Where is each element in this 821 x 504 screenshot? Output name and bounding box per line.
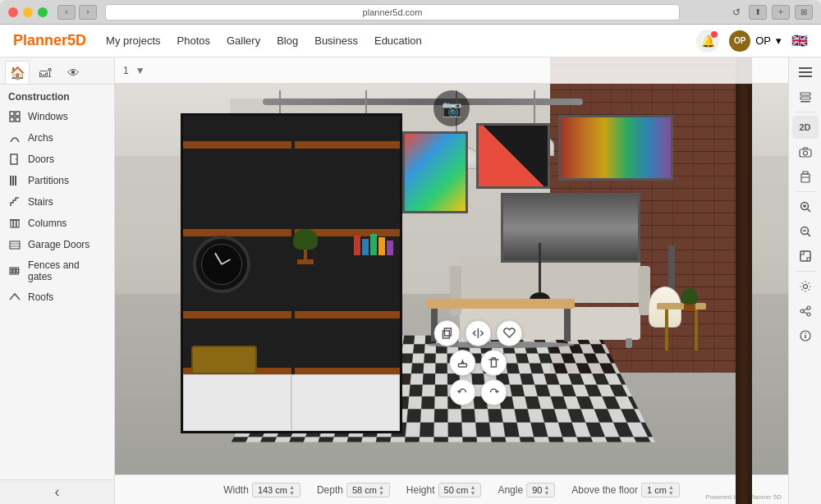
svg-rect-21 — [443, 331, 449, 338]
roofs-icon — [8, 291, 21, 304]
dim-floor-value[interactable]: 1 cm ▲▼ — [641, 483, 680, 497]
svg-rect-30 — [800, 101, 810, 103]
maximize-button[interactable] — [38, 7, 48, 17]
artwork-1 — [558, 115, 673, 181]
sidebar-item-archs[interactable]: Archs — [0, 127, 114, 149]
rt-zoom-out-button[interactable] — [792, 220, 819, 243]
archs-label: Archs — [28, 132, 53, 144]
dim-height-value[interactable]: 50 cm ▲▼ — [438, 483, 482, 497]
plant — [681, 288, 698, 311]
svg-rect-16 — [10, 268, 12, 274]
dropdown-arrow: ▾ — [776, 34, 782, 47]
nav-business[interactable]: Business — [314, 34, 358, 47]
paint-button[interactable] — [449, 350, 475, 376]
dim-angle-value[interactable]: 90 ▲▼ — [526, 483, 555, 497]
nav-gallery[interactable]: Gallery — [227, 34, 260, 47]
sidebar-item-windows[interactable]: Windows — [0, 106, 114, 127]
back-button[interactable]: ‹ — [57, 5, 76, 20]
language-flag[interactable]: 🇬🇧 — [791, 33, 808, 48]
forward-button[interactable]: › — [79, 5, 97, 20]
sidebar-item-stairs[interactable]: Stairs — [0, 191, 114, 213]
rt-info-button[interactable] — [792, 324, 819, 347]
window-add-icon[interactable]: + — [772, 5, 790, 20]
sidebar-tab-home[interactable]: 🏠 — [5, 61, 30, 84]
sidebar-tab-view[interactable]: 👁 — [61, 61, 85, 84]
canvas-area[interactable]: 1 ▼ 📷 — [115, 57, 788, 504]
close-button[interactable] — [8, 7, 18, 17]
svg-rect-28 — [800, 93, 810, 95]
sidebar-item-garage-doors[interactable]: Garage Doors — [0, 234, 114, 255]
camera-button[interactable]: 📷 — [433, 90, 470, 126]
nav-my-projects[interactable]: My projects — [106, 34, 160, 47]
window-menu-icon[interactable]: ⊞ — [795, 5, 813, 20]
rt-2d-button[interactable]: 2D — [792, 116, 819, 139]
rotate-right-button[interactable] — [480, 379, 507, 405]
copy-button[interactable] — [433, 320, 460, 346]
user-badge[interactable]: OP OP ▾ — [729, 30, 782, 52]
svg-rect-10 — [14, 220, 16, 227]
minimize-button[interactable] — [23, 7, 33, 17]
svg-line-47 — [804, 309, 807, 310]
canvas-toolbar: 1 ▼ — [115, 57, 788, 84]
notification-bell[interactable]: 🔔 — [696, 30, 719, 53]
artwork-2 — [501, 193, 640, 263]
sidebar-nav-bottom[interactable]: ‹ — [0, 479, 114, 504]
rt-expand-button[interactable] — [792, 245, 819, 268]
svg-rect-9 — [11, 220, 13, 227]
sidebar-tab-furniture[interactable]: 🛋 — [33, 61, 57, 84]
height-arrows: ▲▼ — [470, 484, 475, 496]
angle-arrows: ▲▼ — [544, 484, 549, 496]
canvas-label: 1 — [123, 65, 129, 76]
user-name: OP — [755, 34, 771, 47]
dim-width-value[interactable]: 143 cm ▲▼ — [252, 483, 300, 497]
dim-depth-value[interactable]: 58 cm ▲▼ — [346, 483, 390, 497]
sidebar-item-partitions[interactable]: Partitions — [0, 170, 114, 191]
svg-point-51 — [805, 332, 806, 334]
mirror-button[interactable] — [465, 320, 491, 346]
nav-right: 🔔 OP OP ▾ 🇬🇧 — [696, 30, 808, 53]
delete-button[interactable] — [480, 350, 507, 376]
rt-separator-3 — [796, 271, 815, 272]
rt-print-button[interactable] — [792, 165, 819, 188]
bookshelf-unit — [181, 113, 402, 433]
nav-education[interactable]: Education — [374, 34, 422, 47]
dim-height-label: Height — [406, 484, 435, 496]
traffic-lights — [8, 7, 48, 17]
nav-blog[interactable]: Blog — [277, 34, 298, 47]
sidebar-item-doors[interactable]: Doors — [0, 149, 114, 170]
archs-icon — [8, 131, 21, 144]
svg-rect-29 — [800, 97, 810, 99]
favorite-button[interactable] — [496, 320, 522, 346]
dim-angle: Angle 90 ▲▼ — [498, 483, 555, 497]
sidebar-item-roofs[interactable]: Roofs — [0, 286, 114, 308]
canvas-filter-icon[interactable]: ▼ — [135, 65, 145, 76]
rt-zoom-in-button[interactable] — [792, 195, 819, 218]
sidebar-section-title: Construction — [0, 85, 114, 106]
rotate-left-button[interactable] — [449, 379, 475, 405]
object-toolbar — [433, 320, 522, 405]
sidebar: 🏠 🛋 👁 Construction Windows Archs — [0, 57, 115, 504]
partitions-icon — [8, 174, 21, 187]
window-share-icon[interactable]: ⬆ — [749, 5, 767, 20]
rt-layers-button[interactable] — [792, 85, 819, 108]
logo[interactable]: Planner5D — [13, 32, 86, 49]
rt-menu-button[interactable] — [792, 61, 819, 84]
sidebar-item-columns[interactable]: Columns — [0, 213, 114, 234]
svg-point-32 — [803, 151, 807, 155]
right-toolbar: 2D — [788, 57, 821, 504]
width-arrows: ▲▼ — [289, 484, 295, 496]
sidebar-item-fences[interactable]: Fences and gates — [0, 255, 114, 286]
window-chrome: ‹ › planner5d.com ↺ ⬆ + ⊞ — [0, 0, 821, 25]
nav-photos[interactable]: Photos — [177, 34, 210, 47]
rt-camera-button[interactable] — [792, 140, 819, 163]
svg-rect-33 — [801, 177, 810, 182]
clock-decoration — [193, 236, 250, 293]
svg-rect-24 — [458, 364, 466, 367]
browser-actions: ↺ ⬆ + ⊞ — [729, 5, 813, 20]
rt-settings-button[interactable] — [792, 275, 819, 298]
dim-width-label: Width — [223, 484, 249, 496]
rt-share-button[interactable] — [792, 300, 819, 323]
svg-point-43 — [803, 285, 807, 289]
address-bar[interactable]: planner5d.com — [105, 4, 680, 21]
reload-icon[interactable]: ↺ — [729, 5, 744, 20]
